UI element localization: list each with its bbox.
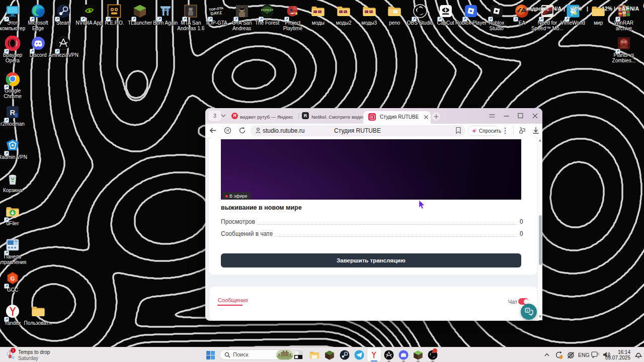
svg-text:FOREST: FOREST [261, 9, 274, 12]
svg-text:9: 9 [598, 352, 600, 355]
svg-text:R: R [10, 108, 16, 117]
svg-text:G: G [11, 276, 15, 282]
svg-text:Я: Я [226, 128, 229, 133]
